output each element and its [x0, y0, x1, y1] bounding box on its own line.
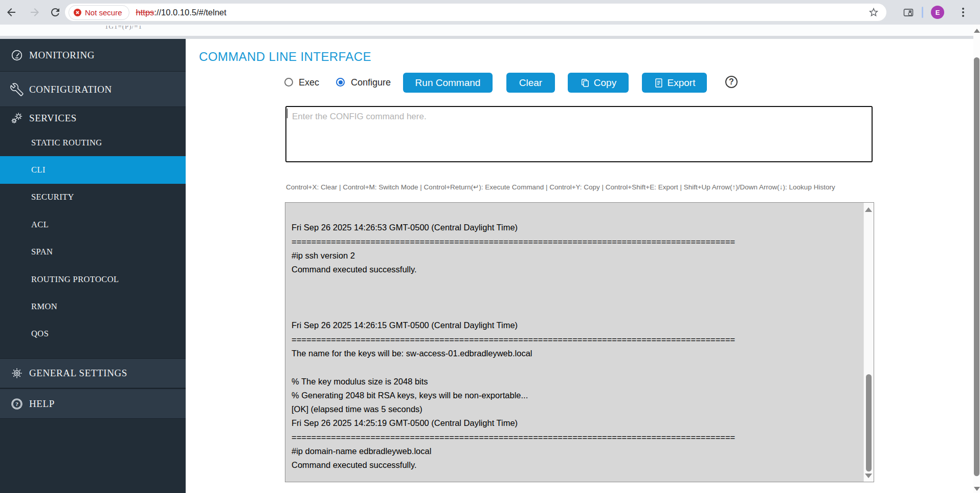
sidebar-item-routing-protocol[interactable]: ROUTING PROTOCOL: [0, 266, 186, 293]
toolbar-divider: [922, 7, 923, 18]
console-text[interactable]: Fri Sep 26 2025 14:26:53 GMT-0500 (Centr…: [285, 203, 863, 482]
menu-dots-icon[interactable]: [959, 6, 968, 18]
not-secure-label: Not secure: [85, 8, 122, 17]
console-scrollbar[interactable]: [863, 203, 874, 482]
window-scrollbar[interactable]: [973, 25, 980, 493]
back-icon[interactable]: [5, 6, 17, 18]
sidebar-item-services[interactable]: SERVICES: [0, 106, 186, 130]
bad-certificate-icon: [74, 9, 81, 16]
configure-radio-label[interactable]: Configure: [351, 77, 391, 88]
page-title: COMMAND LINE INTERFACE: [199, 50, 371, 64]
address-bar[interactable]: Not secure https://10.0.10.5/#/telnet: [65, 4, 886, 21]
shortcuts-hint: Control+X: Clear | Control+M: Switch Mod…: [286, 183, 835, 191]
sidebar-item-label: MONITORING: [29, 50, 95, 61]
configure-radio[interactable]: [336, 78, 345, 87]
sidebar-item-monitoring[interactable]: MONITORING: [0, 39, 186, 71]
sidebar-item-rmon[interactable]: RMON: [0, 293, 186, 320]
sidebar-item-acl[interactable]: ACL: [0, 211, 186, 238]
export-document-icon: [654, 78, 664, 88]
sidebar-item-label: HELP: [29, 398, 55, 410]
sidebar-item-static-routing[interactable]: STATIC ROUTING: [0, 129, 186, 156]
page-top-strip: 1G1=(P)/=1: [0, 25, 980, 36]
gears-icon: [10, 112, 24, 125]
gauge-icon: [10, 49, 24, 62]
bookmark-star-icon[interactable]: [868, 7, 879, 18]
sidebar-item-cli[interactable]: CLI: [0, 156, 186, 183]
run-command-button[interactable]: Run Command: [403, 73, 493, 93]
window-scroll-down-icon[interactable]: [974, 487, 980, 491]
console-scrollbar-thumb[interactable]: [866, 374, 872, 471]
profile-avatar[interactable]: E: [931, 6, 944, 19]
help-icon[interactable]: ?: [725, 76, 738, 88]
sidebar-item-configuration[interactable]: CONFIGURATION: [0, 71, 186, 107]
sidebar-item-label: CONFIGURATION: [29, 84, 112, 95]
copy-icon: [580, 78, 590, 88]
url-scheme: https: [136, 8, 154, 17]
gear-icon: [10, 367, 24, 380]
url-text[interactable]: https://10.0.10.5/#/telnet: [136, 8, 227, 17]
sidebar-item-span[interactable]: SPAN: [0, 239, 186, 266]
copy-button[interactable]: Copy: [568, 73, 629, 93]
browser-toolbar: Not secure https://10.0.10.5/#/telnet E: [0, 0, 980, 25]
export-button[interactable]: Export: [642, 73, 707, 93]
scroll-up-icon[interactable]: [865, 207, 872, 212]
sidebar-item-help[interactable]: ? HELP: [0, 388, 186, 419]
svg-text:?: ?: [15, 401, 18, 407]
url-rest: ://10.0.10.5/#/telnet: [154, 8, 226, 17]
forward-icon[interactable]: [29, 6, 41, 18]
text-caret: [287, 109, 287, 118]
sidebar-nav: MONITORING CONFIGURATION: [0, 39, 186, 493]
window-scrollbar-thumb[interactable]: [974, 57, 979, 476]
not-secure-chip[interactable]: Not secure: [69, 5, 129, 20]
browser-window: { "browser": { "security_badge": "Not se…: [0, 0, 980, 493]
window-scroll-up-icon[interactable]: [974, 29, 980, 33]
clear-button[interactable]: Clear: [506, 73, 555, 93]
clipped-header-fragment: 1G1=(P)/=1: [105, 26, 142, 35]
reload-icon[interactable]: [49, 6, 61, 18]
sidebar-item-label: SERVICES: [29, 113, 77, 124]
wrench-icon: [10, 83, 24, 96]
sidebar-item-qos[interactable]: QOS: [0, 320, 186, 348]
console-output: Fri Sep 26 2025 14:26:53 GMT-0500 (Centr…: [285, 202, 874, 482]
sidebar-item-label: GENERAL SETTINGS: [29, 368, 127, 379]
sidebar-footer-area: [0, 418, 186, 493]
exec-radio-label[interactable]: Exec: [299, 77, 319, 88]
sidebar-item-general-settings[interactable]: GENERAL SETTINGS: [0, 358, 186, 388]
exec-radio[interactable]: [284, 78, 293, 87]
command-input[interactable]: [285, 106, 873, 162]
question-circle-icon: ?: [10, 397, 24, 411]
scroll-down-icon[interactable]: [865, 474, 872, 478]
sidebar-item-security[interactable]: SECURITY: [0, 184, 186, 211]
search-tabs-panel-icon[interactable]: [902, 7, 915, 19]
